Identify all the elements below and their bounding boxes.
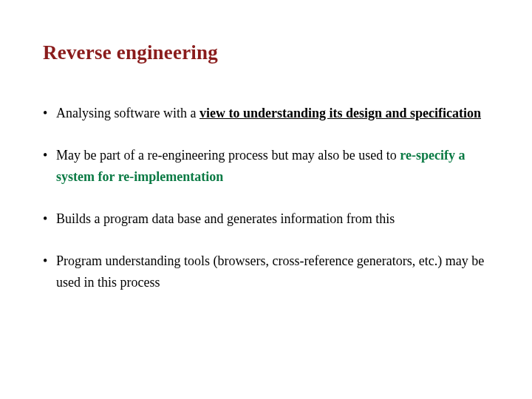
bullet-text-emph: view to understanding its design and spe… <box>200 106 481 120</box>
bullet-text: Program understanding tools (browsers, c… <box>56 253 484 290</box>
bullet-item: Analysing software with a view to unders… <box>43 103 495 125</box>
bullet-text-pre: May be part of a re-engineering process … <box>56 148 400 163</box>
bullet-item: Builds a program data base and generates… <box>43 208 495 231</box>
bullet-item: Program understanding tools (browsers, c… <box>43 250 495 294</box>
slide-title: Reverse engineering <box>43 41 495 64</box>
bullet-list: Analysing software with a view to unders… <box>43 103 495 294</box>
bullet-text: Builds a program data base and generates… <box>56 211 395 226</box>
bullet-item: May be part of a re-engineering process … <box>43 145 495 188</box>
bullet-text-pre: Analysing software with a <box>56 106 200 120</box>
